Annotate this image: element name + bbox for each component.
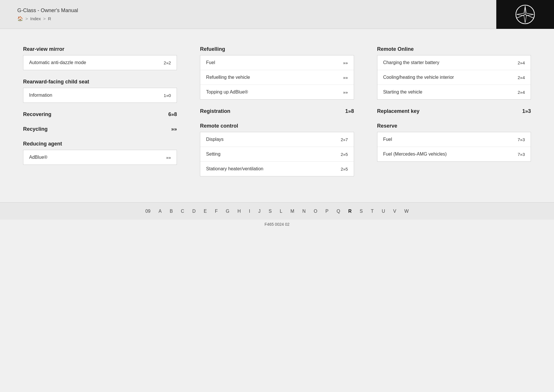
section-page-recycling[interactable]: »» <box>171 126 177 132</box>
sub-item-label: Fuel (Mercedes-AMG vehicles) <box>383 152 447 157</box>
sub-item-page: 2»4 <box>518 75 525 80</box>
mercedes-logo-block <box>496 0 554 29</box>
section-heading-rear-view-mirror[interactable]: Rear-view mirror <box>23 46 177 52</box>
section-heading-reducing-agent[interactable]: Reducing agent <box>23 141 177 147</box>
section-label-reserve: Reserve <box>377 123 397 129</box>
section-heading-replacement-key[interactable]: Replacement key1»3 <box>377 108 531 114</box>
footer-nav-item-S[interactable]: S <box>360 209 363 214</box>
breadcrumb-index[interactable]: Index <box>30 16 41 21</box>
column-0: Rear-view mirrorAutomatic anti-dazzle mo… <box>23 46 177 179</box>
list-item[interactable]: Cooling/heating the vehicle interior2»4 <box>377 70 531 85</box>
section-heading-registration[interactable]: Registration1»8 <box>200 108 354 114</box>
footer-nav-item-F[interactable]: F <box>215 209 218 214</box>
breadcrumb: 🏠 > Index > R <box>17 16 78 21</box>
sub-items-remote-control: Displays2»7Setting2»5Stationary heater/v… <box>200 132 354 176</box>
header-left: G-Class - Owner's Manual 🏠 > Index > R <box>17 8 78 21</box>
breadcrumb-current: R <box>48 16 51 21</box>
footer-nav-item-W[interactable]: W <box>404 209 409 214</box>
list-item[interactable]: Stationary heater/ventilation2»5 <box>200 162 353 176</box>
section-page-registration[interactable]: 1»8 <box>345 108 354 114</box>
list-item[interactable]: AdBlue®»» <box>23 150 177 165</box>
sub-item-page: 1»0 <box>164 93 171 98</box>
footer-nav-item-P[interactable]: P <box>325 209 329 214</box>
breadcrumb-sep2: > <box>43 16 46 21</box>
footer-nav-item-R[interactable]: R <box>348 209 352 214</box>
column-2: Remote OnlineCharging the starter batter… <box>377 46 531 179</box>
sub-items-rearward-facing-child-seat: Information1»0 <box>23 88 177 103</box>
sub-item-page: »» <box>166 155 171 160</box>
sub-item-page: 2»4 <box>518 60 525 65</box>
footer-nav-item-L[interactable]: L <box>280 209 282 214</box>
footer-nav-item-T[interactable]: T <box>371 209 374 214</box>
list-item[interactable]: Fuel7»3 <box>377 132 531 147</box>
sub-item-page: 2»4 <box>518 90 525 95</box>
footer-nav-item-M[interactable]: M <box>290 209 294 214</box>
section-label-replacement-key: Replacement key <box>377 108 420 114</box>
footer-nav-item-H[interactable]: H <box>237 209 241 214</box>
footer-nav-item-D[interactable]: D <box>192 209 196 214</box>
section-heading-rearward-facing-child-seat[interactable]: Rearward-facing child seat <box>23 79 177 85</box>
footer-nav-item-A[interactable]: A <box>159 209 162 214</box>
section-heading-recycling[interactable]: Recycling»» <box>23 126 177 132</box>
section-label-reducing-agent: Reducing agent <box>23 141 62 147</box>
section-label-rearward-facing-child-seat: Rearward-facing child seat <box>23 79 89 85</box>
sub-item-label: Topping up AdBlue® <box>206 89 248 95</box>
footer-nav-item-V[interactable]: V <box>393 209 396 214</box>
list-item[interactable]: Displays2»7 <box>200 132 353 147</box>
list-item[interactable]: Refuelling the vehicle»» <box>200 70 353 85</box>
sub-item-page: 7»3 <box>518 152 525 157</box>
section-heading-reserve[interactable]: Reserve <box>377 123 531 129</box>
footer-nav-item-U[interactable]: U <box>382 209 385 214</box>
list-item[interactable]: Fuel»» <box>200 55 353 70</box>
sub-item-label: Stationary heater/ventilation <box>206 166 263 171</box>
list-item[interactable]: Starting the vehicle2»4 <box>377 85 531 99</box>
section-heading-remote-control[interactable]: Remote control <box>200 123 354 129</box>
sub-item-label: Displays <box>206 137 223 142</box>
sub-item-label: Information <box>29 93 52 98</box>
header: G-Class - Owner's Manual 🏠 > Index > R <box>0 0 554 29</box>
section-heading-recovering[interactable]: Recovering6»8 <box>23 111 177 117</box>
section-heading-remote-online[interactable]: Remote Online <box>377 46 531 52</box>
list-item[interactable]: Topping up AdBlue®»» <box>200 85 353 99</box>
list-item[interactable]: Setting2»5 <box>200 147 353 162</box>
section-page-replacement-key[interactable]: 1»3 <box>522 108 531 114</box>
footer-nav-item-E[interactable]: E <box>204 209 207 214</box>
sub-item-page: »» <box>343 60 348 65</box>
footer-nav-item-O[interactable]: O <box>314 209 317 214</box>
sub-item-page: »» <box>343 90 348 95</box>
footer-nav-item-J[interactable]: J <box>258 209 261 214</box>
sub-item-page: 2»7 <box>341 137 348 142</box>
section-label-rear-view-mirror: Rear-view mirror <box>23 46 64 52</box>
section-heading-refuelling[interactable]: Refuelling <box>200 46 354 52</box>
sub-items-reserve: Fuel7»3Fuel (Mercedes-AMG vehicles)7»3 <box>377 132 531 162</box>
home-icon[interactable]: 🏠 <box>17 16 23 21</box>
list-item[interactable]: Information1»0 <box>23 88 177 102</box>
footer-nav-item-N[interactable]: N <box>302 209 306 214</box>
header-right <box>496 0 537 29</box>
footer-nav-item-I[interactable]: I <box>249 209 250 214</box>
column-1: RefuellingFuel»»Refuelling the vehicle»»… <box>200 46 354 179</box>
sub-item-label: Charging the starter battery <box>383 60 439 65</box>
sub-item-label: Cooling/heating the vehicle interior <box>383 75 454 80</box>
section-label-refuelling: Refuelling <box>200 46 225 52</box>
sub-item-label: Setting <box>206 152 220 157</box>
sub-items-rear-view-mirror: Automatic anti-dazzle mode2»2 <box>23 55 177 70</box>
sub-item-label: Refuelling the vehicle <box>206 75 250 80</box>
list-item[interactable]: Fuel (Mercedes-AMG vehicles)7»3 <box>377 147 531 161</box>
section-label-recycling: Recycling <box>23 126 48 132</box>
footer-nav-item-B[interactable]: B <box>170 209 173 214</box>
footer-nav-item-Q[interactable]: Q <box>336 209 340 214</box>
manual-title: G-Class - Owner's Manual <box>17 8 78 14</box>
section-label-remote-control: Remote control <box>200 123 238 129</box>
footer-nav-item-G[interactable]: G <box>226 209 229 214</box>
mercedes-star-icon <box>515 4 535 25</box>
index-grid: Rear-view mirrorAutomatic anti-dazzle mo… <box>23 46 531 179</box>
list-item[interactable]: Automatic anti-dazzle mode2»2 <box>23 55 177 70</box>
footer-nav-item-09[interactable]: 09 <box>145 209 151 214</box>
footer-nav-item-S[interactable]: S <box>269 209 272 214</box>
list-item[interactable]: Charging the starter battery2»4 <box>377 55 531 70</box>
sub-item-page: 2»2 <box>164 60 171 65</box>
section-page-recovering[interactable]: 6»8 <box>168 111 177 117</box>
sub-item-label: Starting the vehicle <box>383 89 422 95</box>
footer-nav-item-C[interactable]: C <box>181 209 184 214</box>
